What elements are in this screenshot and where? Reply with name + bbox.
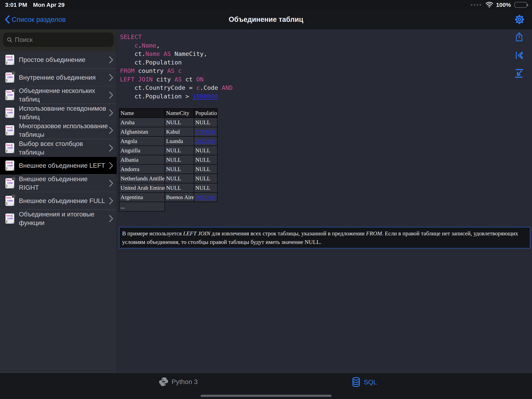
battery-percent: 100% xyxy=(496,1,511,8)
lock-icon xyxy=(12,195,15,198)
table-row-ellipsis: ... xyxy=(119,202,217,211)
table-cell: ... xyxy=(119,202,165,211)
skip-to-start-icon[interactable] xyxy=(514,50,524,60)
sidebar-item-label: Внешнее объединение FULL xyxy=(19,197,109,205)
navigation-bar: Список разделов Объединение таблиц xyxy=(0,10,532,29)
table-cell: Aruba xyxy=(119,118,165,127)
population-value-link[interactable]: 2982146 xyxy=(195,194,215,200)
search-icon xyxy=(7,37,13,43)
share-icon[interactable] xyxy=(514,32,524,42)
sidebar-item[interactable]: func{code}Многоразовое использование таб… xyxy=(0,122,117,139)
table-row: AlbaniaNULLNULL xyxy=(119,155,217,164)
chevron-right-icon xyxy=(109,215,113,222)
home-indicator[interactable] xyxy=(201,395,331,397)
query-result-table: NameNameCityPopulationArubaNULLNULLAfgha… xyxy=(119,108,217,211)
search-input[interactable] xyxy=(15,36,110,44)
page-fold xyxy=(12,133,14,135)
locked-code-file-icon: funccode} xyxy=(6,90,14,100)
sql-code-block: SELECT c.Name, ct.Name AS NameCity, ct.P… xyxy=(120,33,233,101)
table-cell: NULL xyxy=(194,155,217,164)
code-line: ct.Population > 1000000 xyxy=(120,92,233,101)
table-cell: NULL xyxy=(165,183,194,193)
table-cell: Netherlands Antilles xyxy=(119,174,165,183)
table-cell: Buenos Aires xyxy=(165,193,194,202)
sidebar-item-label: Использование псевдонимов таблиц xyxy=(19,104,109,121)
sidebar-item[interactable]: funccode}Внешнее объединение FULL xyxy=(0,192,117,210)
tab-python3-label: Python 3 xyxy=(171,378,198,386)
sidebar-item[interactable]: funccode}Внешнее объединение RIGHT xyxy=(0,174,117,192)
code-file-icon: func{code} xyxy=(6,161,14,171)
tab-python3[interactable]: Python 3 xyxy=(159,377,198,386)
table-cell: Afghanistan xyxy=(119,127,165,136)
code-file-icon: func{code} xyxy=(6,125,14,135)
page-fold xyxy=(12,151,14,153)
sidebar-item[interactable]: func{code}Простое объединение xyxy=(0,51,117,69)
code-file-icon: func{code} xyxy=(6,108,14,118)
table-header: Name xyxy=(119,109,165,118)
sidebar-item[interactable]: funccode}Внутренние объединения xyxy=(0,69,117,86)
back-button[interactable]: Список разделов xyxy=(5,10,66,29)
sidebar-item-label: Внутренние объединения xyxy=(19,73,109,82)
table-cell: NULL xyxy=(165,118,194,127)
sidebar-item[interactable]: func{code}Объединения и итоговые функции xyxy=(0,210,117,228)
sidebar: func{code}Простое объединениеfunccode}Вн… xyxy=(0,29,117,373)
date: Mon Apr 29 xyxy=(33,1,64,8)
table-row: AngolaLuanda2022000 xyxy=(119,136,217,146)
table-row: ArgentinaBuenos Aires2982146 xyxy=(119,193,217,202)
table-cell: 1780000 xyxy=(194,127,217,136)
status-bar: 3:01 PM Mon Apr 29 100% xyxy=(0,0,532,10)
sidebar-divider xyxy=(117,29,117,373)
table-cell: NULL xyxy=(165,174,194,183)
editable-value-link[interactable]: 1000000 xyxy=(193,93,218,100)
code-line: LEFT JOIN city AS ct ON xyxy=(120,75,233,84)
description-text: FROM xyxy=(366,230,382,237)
table-cell: NULL xyxy=(165,155,194,164)
table-cell: United Arab Emirates xyxy=(119,183,165,193)
population-value-link[interactable]: 2022000 xyxy=(195,138,215,144)
settings-gear-icon[interactable] xyxy=(514,14,525,25)
chevron-right-icon xyxy=(109,109,113,116)
table-row: AnguillaNULLNULL xyxy=(119,146,217,155)
chevron-right-icon xyxy=(109,56,113,64)
collapse-down-left-icon[interactable] xyxy=(514,68,524,78)
code-line: FROM country AS c xyxy=(120,67,233,75)
sidebar-item-label: Выбор всех столбцов таблицы xyxy=(19,140,109,157)
code-line: SELECT xyxy=(120,33,233,41)
page-fold xyxy=(12,221,14,224)
locked-code-file-icon: funccode} xyxy=(6,196,14,206)
table-cell: NULL xyxy=(194,174,217,183)
table-cell: Angola xyxy=(119,136,165,146)
code-line: ct.Population xyxy=(120,58,233,67)
table-cell: NULL xyxy=(165,146,194,155)
tab-sql[interactable]: SQL xyxy=(352,377,377,387)
python-icon xyxy=(159,377,168,386)
table-cell: 2022000 xyxy=(194,136,217,146)
search-field[interactable] xyxy=(3,32,114,47)
back-button-label: Список разделов xyxy=(12,16,66,23)
sidebar-item-label: Внешнее объединение RIGHT xyxy=(19,175,109,192)
table-cell: 2982146 xyxy=(194,193,217,202)
table-row: Netherlands AntillesNULLNULL xyxy=(119,174,217,183)
chevron-right-icon xyxy=(109,180,113,187)
sidebar-item-label: Объединение нескольких таблиц xyxy=(19,86,109,104)
description-text: для извлечения всех строк таблицы, указа… xyxy=(210,230,366,237)
sidebar-item[interactable]: func{code}Внешнее объединение LEFT xyxy=(0,157,117,174)
page-fold xyxy=(12,62,14,65)
table-cell: Argentina xyxy=(119,193,165,202)
sidebar-item[interactable]: func{code}Использование псевдонимов табл… xyxy=(0,104,117,122)
table-cell: Kabul xyxy=(165,127,194,136)
chevron-left-icon xyxy=(5,15,10,24)
battery-icon xyxy=(514,2,527,8)
page-title: Объединение таблиц xyxy=(0,10,532,29)
sidebar-item[interactable]: func{code}Выбор всех столбцов таблицы xyxy=(0,139,117,157)
sidebar-item-label: Многоразовое использование таблицы xyxy=(19,122,109,139)
chevron-right-icon xyxy=(109,162,113,169)
description-text: LEFT JOIN xyxy=(183,230,210,237)
sidebar-item[interactable]: funccode}Объединение нескольких таблиц xyxy=(0,86,117,104)
population-value-link[interactable]: 1780000 xyxy=(195,129,215,135)
table-cell: NULL xyxy=(194,146,217,155)
table-header: Population xyxy=(194,109,217,118)
table-cell: Andorra xyxy=(119,164,165,174)
table-cell: NULL xyxy=(194,164,217,174)
table-cell: NULL xyxy=(194,118,217,127)
